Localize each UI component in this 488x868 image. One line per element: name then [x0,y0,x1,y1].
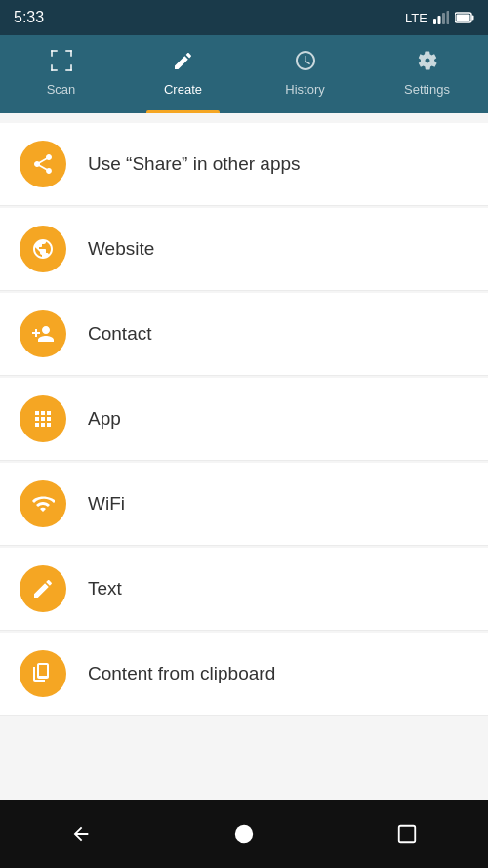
tab-settings-label: Settings [404,82,450,97]
svg-rect-14 [70,64,72,71]
svg-rect-8 [51,50,53,57]
tab-create-label: Create [164,82,202,97]
website-icon-wrap [20,226,66,272]
home-button[interactable] [224,814,264,853]
menu-item-website[interactable]: Website [0,208,488,291]
back-icon [70,823,92,845]
wifi-icon [31,492,55,516]
scan-icon [49,48,74,77]
settings-icon [415,48,440,77]
menu-item-app[interactable]: App [0,378,488,461]
signal-icon [433,11,449,24]
text-edit-icon [31,577,55,600]
tab-bar: Scan Create History Settings [0,35,488,113]
lte-icon: LTE [405,11,427,25]
menu-item-clipboard[interactable]: Content from clipboard [0,633,488,716]
svg-rect-6 [457,15,470,21]
menu-item-contact[interactable]: Contact [0,293,488,376]
svg-rect-5 [472,16,474,21]
svg-rect-2 [442,13,445,24]
share-label: Use “Share” in other apps [88,153,301,175]
contact-icon [31,322,55,346]
tab-settings[interactable]: Settings [366,35,488,113]
recent-apps-icon [396,823,418,845]
svg-rect-1 [438,16,441,24]
app-icon-wrap [20,395,66,442]
svg-rect-3 [447,11,450,24]
battery-icon [455,12,474,23]
status-icons: LTE [405,11,474,25]
tab-create[interactable]: Create [122,35,244,113]
back-button[interactable] [61,814,101,853]
app-label: App [88,408,121,430]
content-area: Use “Share” in other apps Website Contac… [0,113,488,800]
contact-label: Contact [88,323,151,345]
svg-rect-16 [398,826,415,843]
status-bar: 5:33 LTE [0,0,488,35]
menu-item-share[interactable]: Use “Share” in other apps [0,123,488,206]
clipboard-icon-wrap [20,650,66,697]
wifi-label: WiFi [88,493,125,515]
contact-icon-wrap [20,310,66,357]
svg-rect-12 [51,64,53,71]
status-time: 5:33 [14,9,44,26]
share-icon [31,152,55,176]
text-label: Text [88,578,122,599]
create-icon [171,48,196,77]
recent-apps-button[interactable] [387,814,427,853]
text-icon-wrap [20,565,66,612]
clipboard-label: Content from clipboard [88,663,275,684]
tab-scan[interactable]: Scan [0,35,122,113]
website-icon [31,237,55,261]
bottom-nav [0,800,488,868]
history-icon [293,48,318,77]
home-circle-icon [233,823,255,845]
menu-item-wifi[interactable]: WiFi [0,463,488,546]
tab-history[interactable]: History [244,35,366,113]
clipboard-icon [31,662,55,685]
app-icon [31,407,55,431]
svg-rect-10 [70,50,72,57]
svg-rect-0 [433,19,436,24]
svg-point-15 [235,825,253,843]
menu-item-text[interactable]: Text [0,548,488,631]
wifi-icon-wrap [20,480,66,527]
tab-scan-label: Scan [47,82,76,97]
website-label: Website [88,238,154,260]
tab-history-label: History [285,82,324,97]
share-icon-wrap [20,141,66,187]
